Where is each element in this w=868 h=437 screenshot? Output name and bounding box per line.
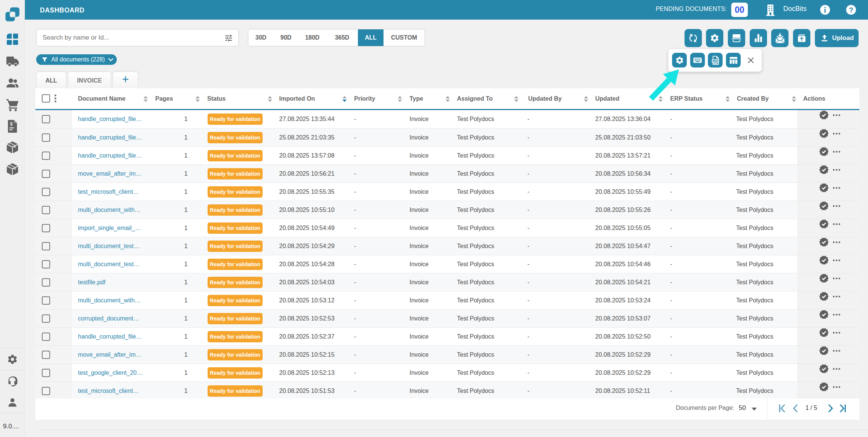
svg-text:LOG: LOG: [712, 60, 718, 62]
svg-text:$: $: [10, 121, 12, 127]
svg-text:?: ?: [849, 6, 853, 14]
